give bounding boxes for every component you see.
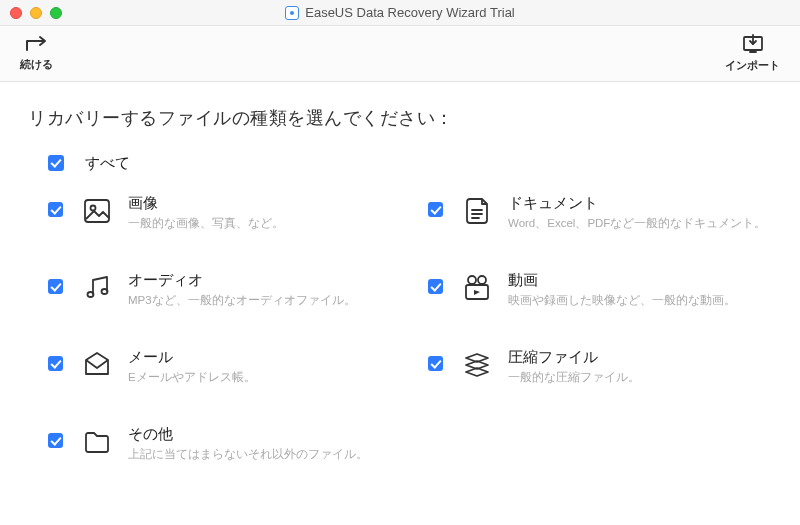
- toolbar: 続ける インポート: [0, 26, 800, 82]
- item-desc: 映画や録画した映像など、一般的な動画。: [508, 293, 736, 308]
- item-title: メール: [128, 348, 256, 367]
- all-row: すべて: [28, 152, 772, 174]
- page-heading: リカバリーするファイルの種類を選んでください：: [28, 106, 772, 130]
- minimize-window-button[interactable]: [30, 7, 42, 19]
- item-title: 動画: [508, 271, 736, 290]
- svg-point-2: [91, 206, 96, 211]
- item-title: 画像: [128, 194, 284, 213]
- continue-label: 続ける: [20, 57, 53, 72]
- item-desc: Word、Excel、PDFなど一般的なドキュメント。: [508, 216, 766, 231]
- checkbox-mail[interactable]: [48, 356, 63, 371]
- item-document: ドキュメント Word、Excel、PDFなど一般的なドキュメント。: [424, 194, 800, 231]
- window-title: EaseUS Data Recovery Wizard Trial: [305, 5, 515, 20]
- checkbox-other[interactable]: [48, 433, 63, 448]
- close-window-button[interactable]: [10, 7, 22, 19]
- item-image: 画像 一般的な画像、写真、など。: [44, 194, 424, 231]
- import-label: インポート: [725, 58, 780, 73]
- item-video: 動画 映画や録画した映像など、一般的な動画。: [424, 271, 800, 308]
- folder-icon: [80, 425, 114, 459]
- item-title: ドキュメント: [508, 194, 766, 213]
- item-audio: オーディオ MP3など、一般的なオーディオファイル。: [44, 271, 424, 308]
- traffic-lights: [0, 7, 62, 19]
- item-title: 圧縮ファイル: [508, 348, 640, 367]
- audio-icon: [80, 271, 114, 305]
- item-desc: 一般的な圧縮ファイル。: [508, 370, 640, 385]
- file-type-grid: 画像 一般的な画像、写真、など。 ドキュメント Word、Excel、PDFなど…: [28, 194, 772, 462]
- checkbox-archive[interactable]: [428, 356, 443, 371]
- import-icon: [741, 34, 765, 56]
- continue-button[interactable]: 続ける: [20, 35, 53, 72]
- item-desc: 上記に当てはまらないそれ以外のファイル。: [128, 447, 368, 462]
- checkbox-audio[interactable]: [48, 279, 63, 294]
- import-button[interactable]: インポート: [725, 34, 780, 73]
- video-icon: [460, 271, 494, 305]
- item-desc: 一般的な画像、写真、など。: [128, 216, 284, 231]
- checkbox-video[interactable]: [428, 279, 443, 294]
- item-desc: MP3など、一般的なオーディオファイル。: [128, 293, 356, 308]
- item-desc: Eメールやアドレス帳。: [128, 370, 256, 385]
- svg-point-7: [478, 276, 486, 284]
- svg-point-3: [88, 292, 94, 297]
- all-label: すべて: [85, 154, 130, 173]
- item-title: その他: [128, 425, 368, 444]
- main-content: リカバリーするファイルの種類を選んでください： すべて 画像 一般的な画像、写真…: [0, 82, 800, 472]
- app-icon: [285, 6, 299, 20]
- checkbox-all[interactable]: [48, 155, 64, 171]
- archive-icon: [460, 348, 494, 382]
- checkbox-document[interactable]: [428, 202, 443, 217]
- item-title: オーディオ: [128, 271, 356, 290]
- item-mail: メール Eメールやアドレス帳。: [44, 348, 424, 385]
- item-other: その他 上記に当てはまらないそれ以外のファイル。: [44, 425, 424, 462]
- image-icon: [80, 194, 114, 228]
- document-icon: [460, 194, 494, 228]
- arrow-right-icon: [24, 35, 50, 55]
- window-titlebar: EaseUS Data Recovery Wizard Trial: [0, 0, 800, 26]
- svg-rect-1: [85, 200, 109, 222]
- maximize-window-button[interactable]: [50, 7, 62, 19]
- mail-icon: [80, 348, 114, 382]
- svg-point-6: [468, 276, 476, 284]
- svg-point-4: [102, 289, 108, 294]
- item-archive: 圧縮ファイル 一般的な圧縮ファイル。: [424, 348, 800, 385]
- checkbox-image[interactable]: [48, 202, 63, 217]
